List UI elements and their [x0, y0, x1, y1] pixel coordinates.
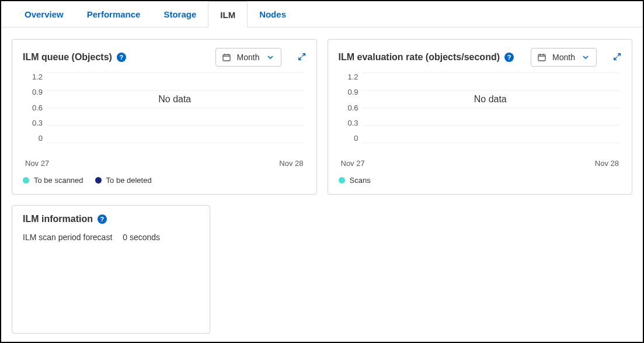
card-ilm-queue: ILM queue (Objects) ? Month 1.2 0.9 0.6 …	[12, 39, 317, 195]
tab-ilm[interactable]: ILM	[208, 1, 248, 27]
help-icon[interactable]: ?	[117, 53, 126, 62]
swatch-icon	[339, 177, 345, 183]
svg-rect-0	[223, 54, 230, 61]
time-range-dropdown[interactable]: Month	[531, 48, 597, 67]
legend-item-scanned: To be scanned	[23, 176, 83, 185]
y-tick: 0.3	[339, 119, 358, 127]
info-row: ILM scan period forecast 0 seconds	[23, 233, 199, 242]
calendar-icon	[537, 53, 546, 62]
x-tick-end: Nov 28	[595, 159, 619, 168]
info-value: 0 seconds	[123, 233, 160, 242]
no-data-label: No data	[158, 94, 191, 105]
help-icon[interactable]: ?	[98, 214, 107, 224]
y-tick: 0.3	[23, 119, 43, 127]
content-area: ILM queue (Objects) ? Month 1.2 0.9 0.6 …	[1, 27, 643, 343]
chart-legend: To be scanned To be deleted	[23, 176, 306, 185]
y-tick: 1.2	[23, 72, 43, 81]
legend-label: To be scanned	[34, 176, 83, 185]
y-tick: 0.9	[23, 88, 43, 96]
card-title: ILM queue (Objects)	[23, 52, 112, 63]
y-tick: 0	[23, 134, 43, 143]
tab-overview[interactable]: Overview	[13, 1, 75, 27]
svg-rect-1	[538, 54, 545, 61]
y-tick: 0.6	[23, 103, 43, 112]
expand-icon[interactable]	[613, 53, 621, 63]
y-tick: 0.6	[339, 103, 358, 112]
tab-bar: Overview Performance Storage ILM Nodes	[1, 1, 643, 27]
chart-ilm-queue: 1.2 0.9 0.6 0.3 0 No data	[23, 72, 306, 154]
chart-legend: Scans	[339, 176, 622, 185]
calendar-icon	[222, 53, 231, 62]
chart-ilm-rate: 1.2 0.9 0.6 0.3 0 No data	[339, 72, 622, 154]
y-tick: 1.2	[339, 72, 358, 81]
expand-icon[interactable]	[298, 53, 306, 63]
card-title: ILM evaluation rate (objects/second)	[339, 52, 500, 63]
card-title: ILM information	[23, 214, 93, 224]
y-tick: 0	[339, 134, 358, 143]
x-tick-end: Nov 28	[279, 159, 303, 168]
dropdown-label: Month	[237, 53, 260, 62]
no-data-label: No data	[474, 94, 507, 105]
card-ilm-rate: ILM evaluation rate (objects/second) ? M…	[328, 39, 633, 195]
legend-item-deleted: To be deleted	[95, 176, 152, 185]
swatch-icon	[23, 177, 29, 183]
legend-item-scans: Scans	[339, 176, 371, 185]
x-tick-start: Nov 27	[25, 159, 49, 168]
info-label: ILM scan period forecast	[23, 233, 112, 242]
chevron-down-icon	[581, 53, 590, 62]
legend-label: Scans	[350, 176, 371, 185]
help-icon[interactable]: ?	[504, 53, 514, 62]
card-ilm-info: ILM information ? ILM scan period foreca…	[12, 205, 210, 334]
swatch-icon	[95, 177, 102, 183]
x-tick-start: Nov 27	[341, 159, 365, 168]
tab-nodes[interactable]: Nodes	[248, 1, 298, 27]
chevron-down-icon	[266, 53, 275, 62]
time-range-dropdown[interactable]: Month	[215, 48, 281, 67]
tab-performance[interactable]: Performance	[75, 1, 152, 27]
dropdown-label: Month	[552, 53, 575, 62]
legend-label: To be deleted	[106, 176, 152, 185]
tab-storage[interactable]: Storage	[152, 1, 208, 27]
y-tick: 0.9	[339, 88, 358, 96]
